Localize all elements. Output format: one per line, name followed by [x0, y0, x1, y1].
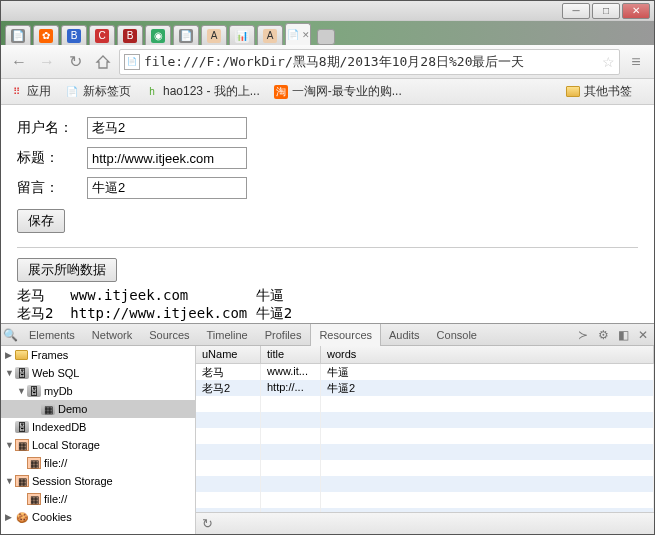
back-button[interactable]: ←: [7, 50, 31, 74]
resources-tree: ▶Frames ▼🗄Web SQL ▼🗄myDb ▦Demo 🗄IndexedD…: [1, 346, 196, 534]
devtools-tab-audits[interactable]: Audits: [381, 324, 429, 346]
table-row: [196, 444, 654, 460]
devtools-tab-profiles[interactable]: Profiles: [257, 324, 311, 346]
browser-tab[interactable]: A: [257, 25, 283, 45]
bookmark-label: 新标签页: [83, 83, 131, 100]
forward-button[interactable]: →: [35, 50, 59, 74]
bookmarks-bar: ⠿应用 📄新标签页 hhao123 - 我的上... 淘一淘网-最专业的购...…: [1, 79, 654, 105]
devtools-console-icon[interactable]: ≻: [574, 326, 592, 344]
tree-cookies[interactable]: ▶🍪Cookies: [1, 508, 195, 526]
table-row[interactable]: 老马2http://...牛逼2: [196, 380, 654, 396]
bookmark-item[interactable]: hhao123 - 我的上...: [145, 83, 260, 100]
devtools-tabs: 🔍 ElementsNetworkSourcesTimelineProfiles…: [1, 324, 654, 346]
table-row: [196, 476, 654, 492]
tree-frames[interactable]: ▶Frames: [1, 346, 195, 364]
col-words[interactable]: words: [321, 346, 654, 363]
username-input[interactable]: [87, 117, 247, 139]
reload-button[interactable]: ↻: [63, 50, 87, 74]
other-bookmarks[interactable]: 其他书签: [566, 83, 632, 100]
tree-sessionstorage[interactable]: ▼▦Session Storage: [1, 472, 195, 490]
maximize-button[interactable]: □: [592, 3, 620, 19]
menu-button[interactable]: ≡: [624, 50, 648, 74]
devtools-tab-resources[interactable]: Resources: [310, 324, 381, 346]
browser-tab[interactable]: B: [61, 25, 87, 45]
browser-tab[interactable]: ✿: [33, 25, 59, 45]
browser-tab[interactable]: A: [201, 25, 227, 45]
table-row: [196, 492, 654, 508]
bookmark-item[interactable]: 淘一淘网-最专业的购...: [274, 83, 402, 100]
bookmark-item[interactable]: 📄新标签页: [65, 83, 131, 100]
devtools-close-icon[interactable]: ✕: [634, 326, 652, 344]
devtools-search-icon[interactable]: 🔍: [1, 326, 19, 344]
browser-tab-active[interactable]: 📄✕: [285, 23, 311, 45]
devtools: 🔍 ElementsNetworkSourcesTimelineProfiles…: [1, 323, 654, 534]
tree-file2[interactable]: ▦file://: [1, 490, 195, 508]
col-title[interactable]: title: [261, 346, 321, 363]
save-button[interactable]: 保存: [17, 209, 65, 233]
browser-tab[interactable]: 📄: [173, 25, 199, 45]
tree-localstorage[interactable]: ▼▦Local Storage: [1, 436, 195, 454]
username-label: 用户名：: [17, 119, 87, 137]
col-uname[interactable]: uName: [196, 346, 261, 363]
devtools-dock-icon[interactable]: ◧: [614, 326, 632, 344]
devtools-tab-elements[interactable]: Elements: [21, 324, 84, 346]
tree-mydb[interactable]: ▼🗄myDb: [1, 382, 195, 400]
browser-tab[interactable]: 📄: [5, 25, 31, 45]
tree-file1[interactable]: ▦file://: [1, 454, 195, 472]
devtools-tab-console[interactable]: Console: [429, 324, 486, 346]
results-list: 老马 www.itjeek.com 牛逼老马2 http://www.itjee…: [17, 286, 638, 321]
devtools-tab-timeline[interactable]: Timeline: [199, 324, 257, 346]
bookmark-label: 一淘网-最专业的购...: [292, 83, 402, 100]
browser-toolbar: ← → ↻ 📄 file:///F:/WorkDir/黑马8期/2013年10月…: [1, 45, 654, 79]
tree-demo[interactable]: ▦Demo: [1, 400, 195, 418]
table-row: [196, 428, 654, 444]
url-text[interactable]: file:///F:/WorkDir/黑马8期/2013年10月28日%20最后…: [144, 53, 598, 71]
title-label: 标题：: [17, 149, 87, 167]
bookmark-label: hao123 - 我的上...: [163, 83, 260, 100]
message-input[interactable]: [87, 177, 247, 199]
devtools-settings-icon[interactable]: ⚙: [594, 326, 612, 344]
devtools-tab-network[interactable]: Network: [84, 324, 141, 346]
table-row: [196, 412, 654, 428]
title-input[interactable]: [87, 147, 247, 169]
refresh-icon[interactable]: ↻: [202, 516, 213, 531]
browser-tab[interactable]: ◉: [145, 25, 171, 45]
data-table: uName title words 老马www.it...牛逼老马2http:/…: [196, 346, 654, 512]
browser-tab[interactable]: 📊: [229, 25, 255, 45]
tree-indexeddb[interactable]: 🗄IndexedDB: [1, 418, 195, 436]
home-button[interactable]: [91, 50, 115, 74]
bookmark-label: 应用: [27, 83, 51, 100]
divider: [17, 247, 638, 248]
result-row: 老马2 http://www.itjeek.com 牛逼2: [17, 304, 638, 321]
address-bar[interactable]: 📄 file:///F:/WorkDir/黑马8期/2013年10月28日%20…: [119, 49, 620, 75]
browser-tab[interactable]: C: [89, 25, 115, 45]
table-header: uName title words: [196, 346, 654, 364]
table-row: [196, 396, 654, 412]
apps-shortcut[interactable]: ⠿应用: [9, 83, 51, 100]
page-icon: 📄: [124, 54, 140, 70]
close-button[interactable]: ✕: [622, 3, 650, 19]
tree-websql[interactable]: ▼🗄Web SQL: [1, 364, 195, 382]
devtools-footer: ↻: [196, 512, 654, 534]
minimize-button[interactable]: ─: [562, 3, 590, 19]
table-row[interactable]: 老马www.it...牛逼: [196, 364, 654, 380]
window-titlebar: ─ □ ✕: [1, 1, 654, 21]
bookmark-label: 其他书签: [584, 83, 632, 100]
message-label: 留言：: [17, 179, 87, 197]
browser-tabs: 📄 ✿ B C B ◉ 📄 A 📊 A 📄✕: [1, 21, 654, 45]
browser-tab[interactable]: B: [117, 25, 143, 45]
result-row: 老马 www.itjeek.com 牛逼: [17, 286, 638, 304]
table-row: [196, 460, 654, 476]
new-tab-button[interactable]: [317, 29, 335, 45]
bookmark-star-icon[interactable]: ☆: [602, 54, 615, 70]
show-all-button[interactable]: 展示所哟数据: [17, 258, 117, 282]
page-content: 用户名： 标题： 留言： 保存 展示所哟数据 老马 www.itjeek.com…: [1, 105, 654, 321]
devtools-tab-sources[interactable]: Sources: [141, 324, 198, 346]
